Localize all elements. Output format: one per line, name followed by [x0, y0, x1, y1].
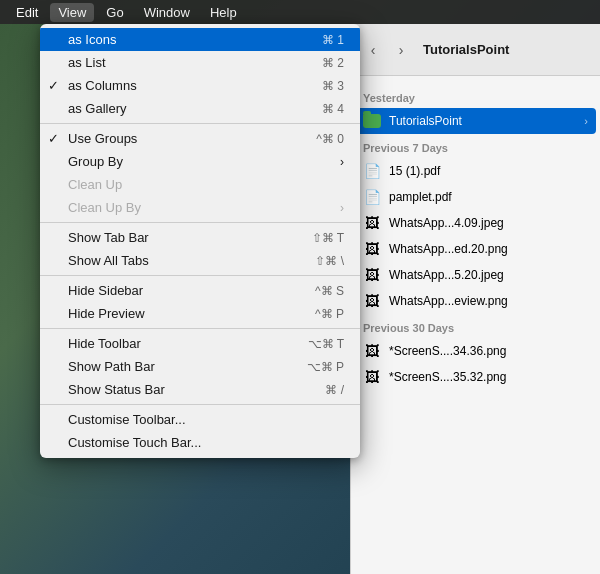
show-path-bar-shortcut: ⌥⌘ P — [307, 360, 344, 374]
menu-item-show-status-bar[interactable]: Show Status Bar ⌘ / — [40, 378, 360, 401]
group-by-arrow: › — [340, 155, 344, 169]
menu-item-show-tab-bar[interactable]: Show Tab Bar ⇧⌘ T — [40, 226, 360, 249]
use-groups-checkmark: ✓ — [48, 131, 59, 146]
file-item-screen2[interactable]: 🖼 *ScreenS....35.32.png — [351, 364, 600, 390]
menubar: Edit View Go Window Help — [0, 0, 600, 24]
finder-window: ‹ › TutorialsPoint Yesterday TutorialsPo… — [350, 24, 600, 574]
show-path-bar-label: Show Path Bar — [68, 359, 155, 374]
forward-button[interactable]: › — [391, 40, 411, 60]
separator-4 — [40, 328, 360, 329]
as-gallery-label: as Gallery — [68, 101, 127, 116]
separator-2 — [40, 222, 360, 223]
section-7days: Previous 7 Days — [351, 134, 600, 158]
file-item-15pdf[interactable]: 📄 15 (1).pdf — [351, 158, 600, 184]
menu-item-use-groups[interactable]: ✓ Use Groups ^⌘ 0 — [40, 127, 360, 150]
use-groups-label: Use Groups — [68, 131, 137, 146]
menu-item-customise-touch-bar[interactable]: Customise Touch Bar... — [40, 431, 360, 454]
file-item-pamplet[interactable]: 📄 pamplet.pdf — [351, 184, 600, 210]
img-icon-6: 🖼 — [363, 368, 381, 386]
use-groups-shortcut: ^⌘ 0 — [316, 132, 344, 146]
hide-preview-shortcut: ^⌘ P — [315, 307, 344, 321]
section-30days: Previous 30 Days — [351, 314, 600, 338]
img-icon-4: 🖼 — [363, 292, 381, 310]
file-name-screen2: *ScreenS....35.32.png — [389, 370, 588, 384]
menu-item-as-columns[interactable]: ✓ as Columns ⌘ 3 — [40, 74, 360, 97]
customise-toolbar-label: Customise Toolbar... — [68, 412, 186, 427]
menubar-item-window[interactable]: Window — [136, 3, 198, 22]
clean-up-by-arrow: › — [340, 201, 344, 215]
menu-item-customise-toolbar[interactable]: Customise Toolbar... — [40, 408, 360, 431]
file-name-tutorials: TutorialsPoint — [389, 114, 576, 128]
file-item-wa1[interactable]: 🖼 WhatsApp...4.09.jpeg — [351, 210, 600, 236]
hide-toolbar-shortcut: ⌥⌘ T — [308, 337, 344, 351]
show-all-tabs-label: Show All Tabs — [68, 253, 149, 268]
menu-item-clean-up[interactable]: Clean Up — [40, 173, 360, 196]
file-item-wa3[interactable]: 🖼 WhatsApp...5.20.jpeg — [351, 262, 600, 288]
menu-item-as-gallery[interactable]: as Gallery ⌘ 4 — [40, 97, 360, 120]
hide-sidebar-label: Hide Sidebar — [68, 283, 143, 298]
hide-toolbar-label: Hide Toolbar — [68, 336, 141, 351]
menu-item-hide-preview[interactable]: Hide Preview ^⌘ P — [40, 302, 360, 325]
separator-3 — [40, 275, 360, 276]
menubar-item-view[interactable]: View — [50, 3, 94, 22]
menu-item-clean-up-by[interactable]: Clean Up By › — [40, 196, 360, 219]
file-name-pamplet: pamplet.pdf — [389, 190, 588, 204]
view-dropdown-menu: as Icons⌘ 1 as List ⌘ 2 ✓ as Columns ⌘ 3… — [40, 24, 360, 458]
as-icons-label: as Icons — [68, 32, 116, 47]
show-all-tabs-shortcut: ⇧⌘ \ — [315, 254, 344, 268]
finder-content[interactable]: Yesterday TutorialsPoint › Previous 7 Da… — [351, 76, 600, 574]
separator-5 — [40, 404, 360, 405]
as-columns-checkmark: ✓ — [48, 78, 59, 93]
menubar-item-edit[interactable]: Edit — [8, 3, 46, 22]
folder-arrow: › — [584, 115, 588, 127]
separator-1 — [40, 123, 360, 124]
menu-item-show-path-bar[interactable]: Show Path Bar ⌥⌘ P — [40, 355, 360, 378]
hide-preview-label: Hide Preview — [68, 306, 145, 321]
file-name-screen1: *ScreenS....34.36.png — [389, 344, 588, 358]
menu-item-group-by[interactable]: Group By › — [40, 150, 360, 173]
pdf-icon-2: 📄 — [363, 188, 381, 206]
file-item-wa2[interactable]: 🖼 WhatsApp...ed.20.png — [351, 236, 600, 262]
show-status-bar-shortcut: ⌘ / — [325, 383, 344, 397]
show-tab-bar-shortcut: ⇧⌘ T — [312, 231, 344, 245]
img-icon-2: 🖼 — [363, 240, 381, 258]
back-button[interactable]: ‹ — [363, 40, 383, 60]
img-icon-5: 🖼 — [363, 342, 381, 360]
as-columns-label: as Columns — [68, 78, 137, 93]
file-name-wa4: WhatsApp...eview.png — [389, 294, 588, 308]
menu-item-hide-toolbar[interactable]: Hide Toolbar ⌥⌘ T — [40, 332, 360, 355]
clean-up-by-label: Clean Up By — [68, 200, 141, 215]
hide-sidebar-shortcut: ^⌘ S — [315, 284, 344, 298]
show-status-bar-label: Show Status Bar — [68, 382, 165, 397]
menu-item-show-all-tabs[interactable]: Show All Tabs ⇧⌘ \ — [40, 249, 360, 272]
pdf-icon-1: 📄 — [363, 162, 381, 180]
as-gallery-shortcut: ⌘ 4 — [322, 102, 344, 116]
file-item-tutorials[interactable]: TutorialsPoint › — [355, 108, 596, 134]
file-name-wa2: WhatsApp...ed.20.png — [389, 242, 588, 256]
as-list-label: as List — [68, 55, 106, 70]
img-icon-3: 🖼 — [363, 266, 381, 284]
menu-item-as-list[interactable]: as List ⌘ 2 — [40, 51, 360, 74]
as-icons-shortcut: ⌘ 1 — [322, 33, 344, 47]
as-columns-shortcut: ⌘ 3 — [322, 79, 344, 93]
section-yesterday: Yesterday — [351, 84, 600, 108]
show-tab-bar-label: Show Tab Bar — [68, 230, 149, 245]
group-by-label: Group By — [68, 154, 123, 169]
file-name-wa3: WhatsApp...5.20.jpeg — [389, 268, 588, 282]
file-item-wa4[interactable]: 🖼 WhatsApp...eview.png — [351, 288, 600, 314]
menu-item-as-icons[interactable]: as Icons⌘ 1 — [40, 28, 360, 51]
menubar-item-help[interactable]: Help — [202, 3, 245, 22]
finder-title: TutorialsPoint — [423, 42, 509, 57]
finder-toolbar: ‹ › TutorialsPoint — [351, 24, 600, 76]
menu-item-hide-sidebar[interactable]: Hide Sidebar ^⌘ S — [40, 279, 360, 302]
clean-up-label: Clean Up — [68, 177, 122, 192]
file-name-15pdf: 15 (1).pdf — [389, 164, 588, 178]
menubar-item-go[interactable]: Go — [98, 3, 131, 22]
file-name-wa1: WhatsApp...4.09.jpeg — [389, 216, 588, 230]
img-icon-1: 🖼 — [363, 214, 381, 232]
customise-touch-bar-label: Customise Touch Bar... — [68, 435, 201, 450]
as-list-shortcut: ⌘ 2 — [322, 56, 344, 70]
folder-icon — [363, 112, 381, 130]
file-item-screen1[interactable]: 🖼 *ScreenS....34.36.png — [351, 338, 600, 364]
